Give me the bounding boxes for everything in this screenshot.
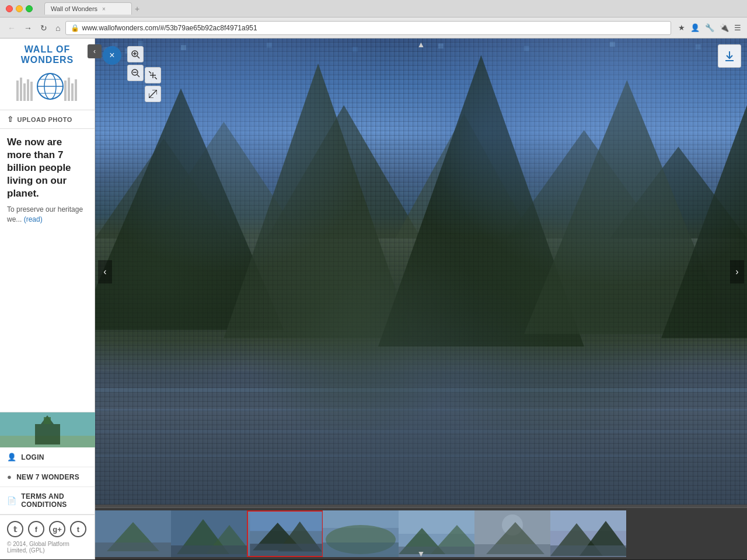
svg-rect-46 (95, 388, 747, 392)
home-button[interactable]: ⌂ (53, 22, 63, 34)
terms-label: TERMS AND CONDITIONS (21, 492, 88, 509)
shrink-icon (149, 71, 157, 79)
scroll-up-indicator[interactable]: ▲ (413, 38, 430, 50)
svg-rect-78 (399, 510, 474, 534)
maximize-window-btn[interactable] (26, 5, 33, 12)
browser-chrome: Wall of Wonders × + ← → ↻ ⌂ 🔒 www.wallof… (0, 0, 747, 38)
filmstrip-item-5[interactable] (399, 510, 474, 557)
sidebar-footer: 𝕥 f g+ t © 2014, Global Platform Limited… (0, 514, 95, 559)
svg-line-29 (149, 71, 151, 74)
svg-rect-59 (610, 42, 615, 47)
thumbnail-7 (550, 510, 626, 557)
svg-rect-54 (181, 45, 186, 50)
facebook-icon[interactable]: f (28, 521, 44, 537)
prev-image-button[interactable]: ‹ (98, 260, 112, 284)
download-button[interactable] (718, 44, 741, 68)
svg-rect-48 (95, 430, 747, 433)
profile-icon[interactable]: 👤 (689, 22, 701, 33)
filmstrip-item-4[interactable] (323, 510, 399, 557)
filmstrip-item-7[interactable] (550, 510, 626, 557)
next-image-button[interactable]: › (730, 260, 744, 284)
viewer-toolbar: × (98, 41, 166, 107)
brand-logo (15, 69, 79, 104)
svg-rect-2 (23, 83, 26, 101)
svg-rect-69 (250, 512, 322, 531)
copyright-text: © 2014, Global Platform Limited, (GPL) (7, 541, 88, 554)
extensions-icon[interactable]: 🔌 (718, 22, 730, 33)
refresh-button[interactable]: ↻ (37, 22, 50, 34)
sidebar-thumbnail (0, 412, 95, 447)
download-icon (724, 50, 735, 62)
svg-rect-17 (35, 424, 60, 444)
content-area: × (95, 38, 747, 559)
person-icon: 👤 (7, 453, 16, 461)
filmstrip-item-2[interactable] (171, 510, 247, 557)
tumblr-icon[interactable]: t (70, 521, 86, 537)
googleplus-icon[interactable]: g+ (49, 521, 65, 537)
browser-navbar: ← → ↻ ⌂ 🔒 www.wallofwonders.com/#/53b79a… (0, 18, 747, 38)
view-controls (145, 67, 161, 102)
zoom-controls (127, 46, 144, 81)
halongbay-image (95, 38, 747, 505)
tab-title: Wall of Wonders (51, 5, 97, 12)
thumbnail-3 (248, 512, 324, 556)
circle-icon: ● (7, 473, 12, 481)
close-viewer-button[interactable]: × (103, 46, 121, 65)
tab-close-icon[interactable]: × (102, 6, 106, 12)
new-tab-button[interactable]: + (135, 4, 139, 13)
sidebar-logo-area: WALL OF WONDERS (0, 38, 95, 110)
svg-rect-0 (16, 80, 19, 101)
mosaic-viewer[interactable]: ‹ › (95, 38, 747, 505)
thumbnail-image (0, 412, 95, 447)
svg-rect-19 (44, 417, 51, 424)
sidebar-item-terms[interactable]: 📄 TERMS AND CONDITIONS (0, 487, 95, 514)
svg-rect-81 (399, 547, 474, 557)
new7wonders-label: NEW 7 WONDERS (16, 473, 79, 481)
main-layout: WALL OF WONDERS (0, 38, 747, 559)
read-more-link[interactable]: (read) (24, 215, 43, 223)
scroll-down-indicator[interactable]: ▼ (413, 548, 430, 559)
filmstrip-item-1[interactable] (95, 510, 171, 557)
svg-rect-55 (267, 43, 272, 48)
twitter-icon[interactable]: 𝕥 (7, 521, 23, 537)
minimize-window-btn[interactable] (16, 5, 23, 12)
svg-rect-11 (68, 78, 70, 101)
bookmark-icon[interactable]: ★ (677, 22, 686, 33)
browser-nav-icons: ★ 👤 🔧 🔌 ☰ (677, 22, 742, 33)
expand-button[interactable] (145, 86, 161, 102)
back-button[interactable]: ← (5, 22, 19, 34)
svg-line-25 (137, 75, 139, 77)
svg-rect-63 (95, 542, 171, 557)
address-bar[interactable]: 🔒 www.wallofwonders.com/#/53b79ae65b92ac… (65, 21, 671, 35)
zoom-out-button[interactable] (127, 65, 144, 81)
tools-icon[interactable]: 🔧 (704, 22, 715, 33)
svg-rect-76 (323, 542, 399, 557)
zoom-in-icon (131, 50, 140, 59)
thumbnail-svg (0, 412, 95, 447)
thumbnail-5 (399, 510, 474, 557)
thumbnail-4 (323, 510, 399, 557)
sidebar-item-login[interactable]: 👤 LOGIN (0, 447, 95, 467)
shrink-button[interactable] (145, 67, 161, 83)
sidebar: WALL OF WONDERS (0, 38, 95, 559)
svg-rect-10 (64, 80, 67, 101)
upload-photo-button[interactable]: ⇧ UPLOAD PHOTO (0, 110, 95, 129)
sidebar-item-new7wonders[interactable]: ● NEW 7 WONDERS (0, 467, 95, 487)
close-window-btn[interactable] (6, 5, 13, 12)
svg-rect-12 (71, 83, 74, 101)
svg-rect-58 (524, 46, 529, 51)
browser-titlebar: Wall of Wonders × + (0, 0, 747, 18)
svg-rect-67 (171, 545, 247, 557)
sidebar-nav: 👤 LOGIN ● NEW 7 WONDERS 📄 TERMS AND COND… (0, 447, 95, 514)
forward-button[interactable]: → (21, 22, 35, 34)
zoom-in-button[interactable] (127, 46, 144, 62)
svg-line-31 (149, 90, 157, 98)
filmstrip-item-3-active[interactable] (247, 510, 323, 557)
filmstrip-item-6[interactable] (474, 510, 550, 557)
browser-tab[interactable]: Wall of Wonders × (44, 2, 132, 15)
brand-name: WALL OF WONDERS (6, 44, 89, 65)
traffic-lights (6, 5, 33, 12)
menu-icon[interactable]: ☰ (733, 22, 742, 33)
mosaic-scene (95, 38, 747, 505)
headline-main: We now are more than 7 billion people li… (7, 136, 88, 200)
